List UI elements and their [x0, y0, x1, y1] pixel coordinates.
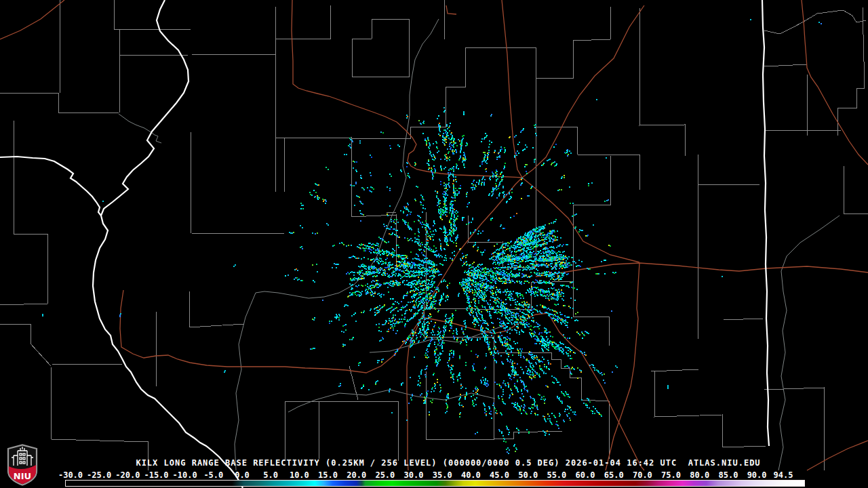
colorbar-tick-label: 55.0 [547, 470, 566, 480]
colorbar-tick-label: -15.0 [144, 470, 168, 480]
colorbar-tick-label: 90.0 [747, 470, 767, 480]
product-title: KILX LONG RANGE BASE REFLECTIVITY (0.25K… [0, 458, 868, 468]
niu-logo: NIU [6, 444, 39, 486]
colorbar-tick-label: 10.0 [290, 470, 309, 480]
colorbar-tick-label: -10.0 [173, 470, 197, 480]
colorbar-tick-label: 25.0 [375, 470, 395, 480]
colorbar-tick-label: 80.0 [690, 470, 709, 480]
colorbar-tick-label: 15.0 [318, 470, 338, 480]
colorbar-tick-label: -5.0 [203, 470, 223, 480]
colorbar-tick-label: 85.0 [718, 470, 738, 480]
colorbar-tick-label: 60.0 [576, 470, 595, 480]
radar-display: KILX LONG RANGE BASE REFLECTIVITY (0.25K… [0, 0, 868, 488]
colorbar-tick-label: 65.0 [604, 470, 624, 480]
colorbar-gradient [66, 481, 804, 486]
colorbar-tick-label: 50.0 [518, 470, 538, 480]
colorbar-tick-label: -20.0 [115, 470, 140, 480]
colorbar-tick-label: 75.0 [661, 470, 681, 480]
colorbar-tick-label: 40.0 [461, 470, 481, 480]
map-background [0, 0, 868, 488]
colorbar-tick-label: 94.5 [774, 470, 793, 480]
radar-map-canvas [0, 0, 868, 488]
reflectivity-colorbar [65, 480, 805, 487]
colorbar-tick-label: -25.0 [87, 470, 111, 480]
colorbar-tick-label: 70.0 [633, 470, 652, 480]
niu-logo-text: NIU [14, 471, 31, 481]
colorbar-tick-label: 5.0 [263, 470, 278, 480]
colorbar-tick-label: 20.0 [347, 470, 366, 480]
colorbar-tick-label: 45.0 [490, 470, 509, 480]
colorbar-tick-label: -30.0 [58, 470, 83, 480]
colorbar-tick-label: 0.0 [235, 470, 250, 480]
colorbar-tick-labels: -30.0-25.0-20.0-15.0-10.0-5.00.05.010.01… [66, 470, 804, 479]
colorbar-tick-label: 35.0 [433, 470, 452, 480]
colorbar-tick-label: 30.0 [404, 470, 424, 480]
